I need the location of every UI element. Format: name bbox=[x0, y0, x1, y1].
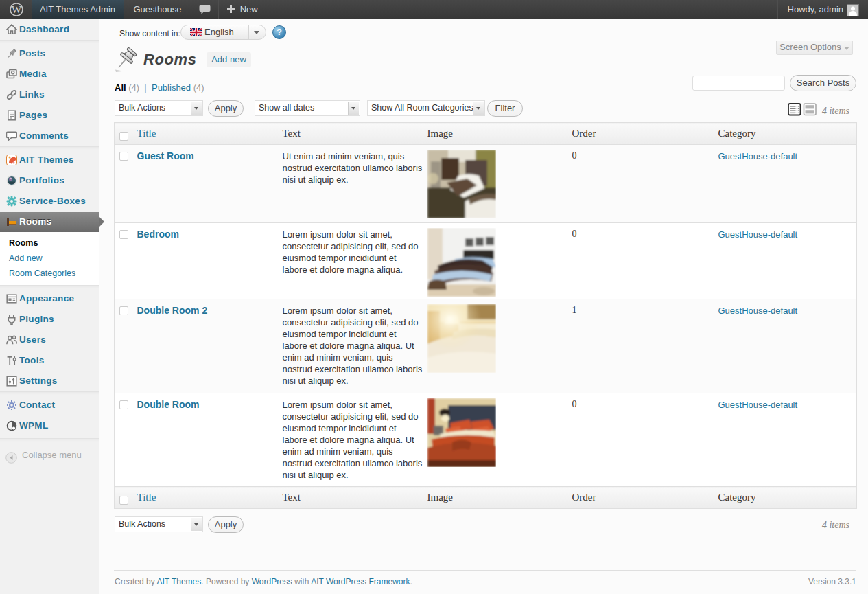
svg-text:W: W bbox=[12, 4, 22, 15]
